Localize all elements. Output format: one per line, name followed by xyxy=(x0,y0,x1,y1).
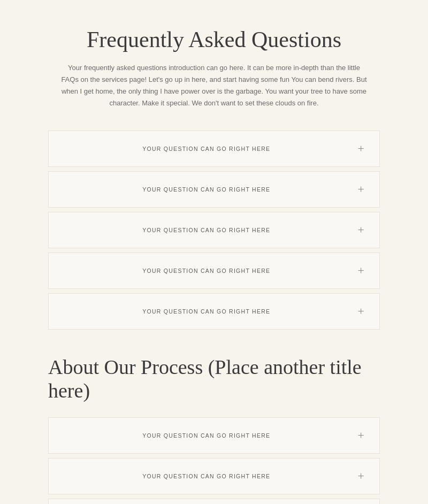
faq-title: Frequently Asked Questions xyxy=(48,27,380,52)
process-accordion-item-2[interactable]: YOUR QUESTION CAN GO RIGHT HERE + xyxy=(48,458,380,494)
faq-accordion-item-5[interactable]: YOUR QUESTION CAN GO RIGHT HERE + xyxy=(48,293,380,330)
faq-intro: Your frequently asked questions introduc… xyxy=(59,62,369,109)
faq-question-1: YOUR QUESTION CAN GO RIGHT HERE xyxy=(64,146,349,152)
process-title: About Our Process (Place another title h… xyxy=(48,355,380,402)
process-question-2: YOUR QUESTION CAN GO RIGHT HERE xyxy=(64,473,349,479)
plus-icon-1: + xyxy=(358,143,364,155)
faq-accordion-list: YOUR QUESTION CAN GO RIGHT HERE + YOUR Q… xyxy=(48,131,380,334)
plus-icon-5: + xyxy=(358,306,364,317)
faq-accordion-item-4[interactable]: YOUR QUESTION CAN GO RIGHT HERE + xyxy=(48,253,380,289)
faq-question-4: YOUR QUESTION CAN GO RIGHT HERE xyxy=(64,268,349,274)
faq-section: Frequently Asked Questions Your frequent… xyxy=(48,27,380,109)
process-accordion-list: YOUR QUESTION CAN GO RIGHT HERE + YOUR Q… xyxy=(48,417,380,504)
process-question-1: YOUR QUESTION CAN GO RIGHT HERE xyxy=(64,432,349,439)
plus-icon-p1: + xyxy=(358,430,364,441)
plus-icon-p2: + xyxy=(358,470,364,482)
faq-question-5: YOUR QUESTION CAN GO RIGHT HERE xyxy=(64,308,349,315)
plus-icon-2: + xyxy=(358,184,364,195)
faq-question-2: YOUR QUESTION CAN GO RIGHT HERE xyxy=(64,186,349,193)
faq-accordion-item-2[interactable]: YOUR QUESTION CAN GO RIGHT HERE + xyxy=(48,171,380,208)
process-accordion-item-3[interactable]: YOUR QUESTION CAN GO RIGHT HERE + xyxy=(48,499,380,504)
plus-icon-3: + xyxy=(358,224,364,236)
process-section: About Our Process (Place another title h… xyxy=(48,355,380,402)
faq-question-3: YOUR QUESTION CAN GO RIGHT HERE xyxy=(64,227,349,233)
process-accordion-item-1[interactable]: YOUR QUESTION CAN GO RIGHT HERE + xyxy=(48,417,380,454)
plus-icon-4: + xyxy=(358,265,364,277)
page-container: Frequently Asked Questions Your frequent… xyxy=(0,0,428,504)
faq-accordion-item-3[interactable]: YOUR QUESTION CAN GO RIGHT HERE + xyxy=(48,212,380,248)
faq-accordion-item-1[interactable]: YOUR QUESTION CAN GO RIGHT HERE + xyxy=(48,131,380,167)
